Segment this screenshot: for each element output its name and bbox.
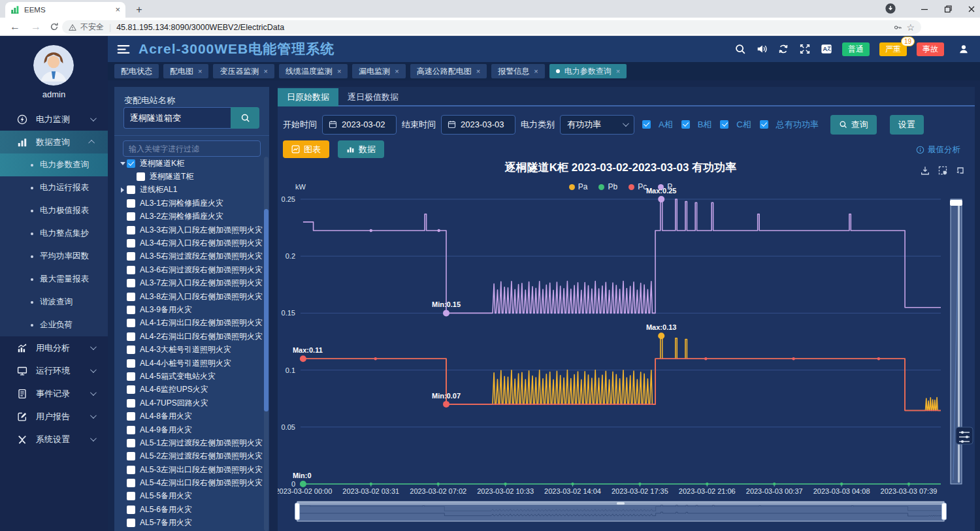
- tree-checkbox[interactable]: [127, 426, 135, 434]
- tree-collapse-icon[interactable]: [121, 187, 124, 193]
- forward-button[interactable]: →: [30, 21, 42, 33]
- sidebar-item[interactable]: 系统设置: [0, 428, 108, 451]
- app-tab[interactable]: 变压器监测×: [213, 64, 274, 78]
- minimize-button[interactable]: [920, 5, 929, 14]
- app-tab[interactable]: 配电图×: [163, 64, 208, 78]
- password-key-icon[interactable]: [893, 23, 902, 32]
- tree-checkbox[interactable]: [127, 279, 135, 287]
- tree-checkbox[interactable]: [127, 492, 135, 500]
- tree-checkbox[interactable]: [127, 319, 135, 327]
- user-icon[interactable]: [958, 43, 970, 55]
- tree-item[interactable]: AL4-2右洞出口段右侧加强照明火灾: [118, 330, 263, 343]
- phase-checkbox[interactable]: 总有功功率: [760, 119, 819, 131]
- end-date-input[interactable]: 2023-03-03: [441, 115, 515, 135]
- chrome-status-icon[interactable]: [885, 3, 896, 14]
- sync-icon[interactable]: [777, 43, 789, 55]
- sidebar-subitem[interactable]: 企业负荷: [0, 314, 108, 336]
- tree-checkbox[interactable]: [127, 399, 135, 408]
- tree-checkbox[interactable]: [127, 332, 135, 341]
- query-button[interactable]: 查询: [830, 115, 877, 135]
- tree-checkbox[interactable]: [127, 519, 135, 527]
- tree-checkbox[interactable]: [127, 239, 135, 248]
- tree-checkbox[interactable]: [127, 266, 135, 274]
- tree-checkbox[interactable]: [127, 346, 135, 354]
- tree-item[interactable]: 进线柜AL1: [118, 184, 263, 197]
- tree-checkbox[interactable]: [127, 252, 135, 261]
- tree-item[interactable]: AL5-7备用火灾: [118, 517, 263, 530]
- search-icon[interactable]: [734, 43, 746, 55]
- expand-icon[interactable]: [799, 43, 811, 55]
- tree-item[interactable]: AL5-5备用火灾: [118, 490, 263, 503]
- url-bar[interactable]: 不安全 | 45.81.195.134:8090/3000WEBV2/Elect…: [62, 20, 921, 34]
- tab-close-icon[interactable]: ×: [534, 69, 538, 74]
- phase-checkbox[interactable]: A相: [642, 119, 673, 131]
- tab-close-icon[interactable]: ×: [616, 69, 620, 74]
- restore-chart-icon[interactable]: [955, 165, 966, 176]
- tree-item[interactable]: AL3-7左洞入口段左侧加强照明火灾: [118, 277, 263, 290]
- sidebar-item[interactable]: 电力监测: [0, 108, 108, 131]
- tree-checkbox[interactable]: [127, 385, 135, 394]
- bookmark-star-icon[interactable]: ☆: [906, 23, 915, 32]
- tree-checkbox[interactable]: [127, 359, 135, 368]
- sidebar-subitem[interactable]: 电力参数查询: [0, 153, 108, 176]
- sidebar-item[interactable]: 运行环境: [0, 359, 108, 382]
- phase-checkbox[interactable]: C相: [720, 119, 751, 131]
- hamburger-menu-icon[interactable]: [117, 44, 130, 54]
- tree-expand-icon[interactable]: [120, 162, 125, 165]
- close-button[interactable]: [967, 5, 976, 14]
- sidebar-subitem[interactable]: 谐波查询: [0, 291, 108, 314]
- tree-item[interactable]: AL5-3左洞出口段左侧加强照明火灾: [118, 463, 263, 476]
- save-image-icon[interactable]: [920, 165, 930, 176]
- start-date-input[interactable]: 2023-03-02: [322, 115, 397, 135]
- tab-close-icon[interactable]: ×: [337, 69, 341, 74]
- alarm-button[interactable]: 普通: [842, 42, 870, 56]
- phase-checkbox[interactable]: B相: [681, 119, 712, 131]
- tree-item[interactable]: AL3-1右洞检修插座火灾: [118, 197, 263, 210]
- tree-item[interactable]: AL4-4小桩号引道照明火灾: [118, 357, 263, 370]
- app-tab[interactable]: 高速公路配电图×: [410, 64, 487, 78]
- data-view-button[interactable]: 数据: [338, 140, 384, 158]
- tree-scrollbar-thumb[interactable]: [264, 209, 269, 411]
- tree-item[interactable]: AL5-1左洞过渡段左侧加强照明火灾: [118, 436, 263, 449]
- line-chart[interactable]: 00.050.10.150.20.25kW2023-03-02 00:00202…: [278, 175, 975, 528]
- sidebar-subitem[interactable]: 平均功率因数: [0, 245, 108, 268]
- sidebar-item[interactable]: 用电分析: [0, 336, 108, 359]
- tree-checkbox[interactable]: [127, 185, 135, 194]
- tree-checkbox[interactable]: [127, 466, 135, 474]
- sidebar-subitem[interactable]: 电力运行报表: [0, 176, 108, 199]
- tree-checkbox[interactable]: [127, 199, 135, 208]
- tree-checkbox[interactable]: [127, 306, 135, 314]
- sidebar-subitem[interactable]: 电力整点集抄: [0, 222, 108, 245]
- sidebar-item[interactable]: 用户报告: [0, 405, 108, 428]
- zoom-select-icon[interactable]: [938, 165, 948, 176]
- tree-filter-input[interactable]: [123, 140, 261, 157]
- tree-checkbox[interactable]: [127, 412, 135, 421]
- power-type-select[interactable]: 有功功率: [560, 115, 634, 135]
- restore-button[interactable]: [943, 5, 953, 14]
- tree-item[interactable]: AL5-6备用火灾: [118, 503, 263, 516]
- tree-item[interactable]: AL4-3大桩号引道照明火灾: [118, 343, 263, 356]
- app-tab[interactable]: 配电状态: [114, 64, 159, 78]
- sidebar-subitem[interactable]: 电力极值报表: [0, 199, 108, 222]
- tree-item[interactable]: AL5-4左洞出口段右侧加强照明火灾: [118, 476, 263, 489]
- station-search-button[interactable]: [231, 107, 259, 129]
- sidebar-item[interactable]: 数据查询: [0, 131, 108, 153]
- tree-item[interactable]: AL4-7UPS回路火灾: [118, 396, 263, 410]
- chart-view-button[interactable]: 图表: [283, 140, 329, 158]
- tree-item[interactable]: AL3-2左洞检修插座火灾: [118, 210, 263, 223]
- tree-item[interactable]: AL3-9备用火灾: [118, 303, 263, 316]
- alarm-button[interactable]: 严重19: [879, 42, 907, 56]
- tree-checkbox[interactable]: [127, 226, 135, 234]
- tree-scrollbar[interactable]: [264, 157, 269, 531]
- data-mode-tab[interactable]: 逐日极值数据: [338, 88, 408, 106]
- tree-checkbox[interactable]: [127, 479, 135, 487]
- tab-close-icon[interactable]: ×: [115, 7, 120, 13]
- tree-checkbox[interactable]: [127, 372, 135, 381]
- tree-item[interactable]: AL3-5右洞过渡段左侧加强照明火灾: [118, 250, 263, 263]
- tree-checkbox[interactable]: [127, 293, 135, 301]
- tree-item[interactable]: 逐桐隧道K柜: [118, 157, 263, 170]
- sidebar-item[interactable]: 事件记录: [0, 382, 108, 405]
- app-tab[interactable]: 电力参数查询×: [549, 64, 627, 78]
- tree-item[interactable]: AL5-2左洞过渡段右侧加强照明火灾: [118, 450, 263, 463]
- tree-item[interactable]: AL3-3右洞入口段左侧加强照明火灾: [118, 223, 263, 236]
